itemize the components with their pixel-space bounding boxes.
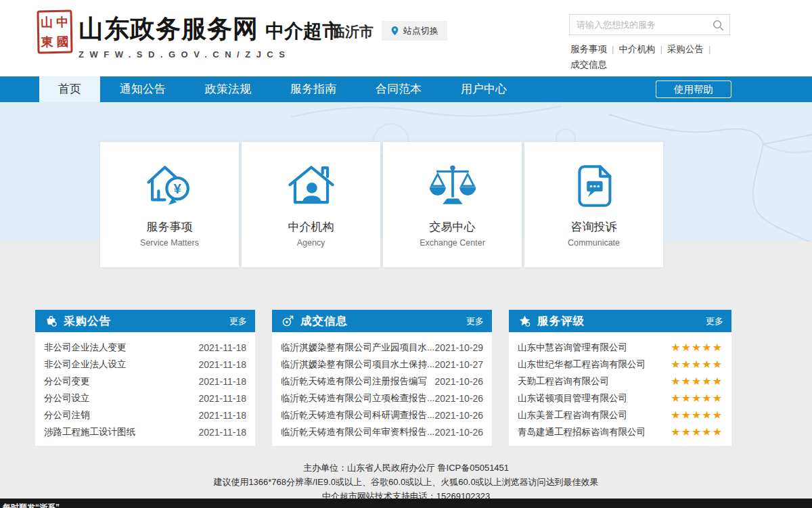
list-item[interactable]: 山东中慧咨询管理有限公司★★★★★: [518, 339, 723, 356]
star-rating: ★★★★★: [671, 392, 723, 405]
panel-deal-info: 成交信息 更多 临沂淇嫒染整有限公司产业园项目水...2021-10-29临沂淇…: [272, 310, 492, 446]
card-agency[interactable]: 中介机构 Agency: [242, 142, 380, 267]
panel-title: 采购公告: [64, 314, 229, 329]
more-link[interactable]: 更多: [706, 315, 723, 327]
panel-header: 采购公告 更多: [35, 310, 255, 332]
item-title: 分公司变更: [44, 375, 90, 388]
seal-char: 山: [41, 14, 53, 30]
star-rating: ★★★★★: [671, 375, 723, 388]
item-date: 2021-11-18: [198, 359, 246, 370]
list-item[interactable]: 天勤工程咨询有限公司★★★★★: [518, 373, 723, 390]
panel-service-ratings: 服务评级 更多 山东中慧咨询管理有限公司★★★★★山东世纪华都工程咨询有限公司★…: [509, 310, 731, 446]
seal-char: 中: [56, 14, 68, 30]
item-title: 分公司设立: [44, 392, 90, 405]
nav-tab-home[interactable]: 首页: [39, 76, 100, 102]
list-item[interactable]: 临沂乾天铸造有限公司立项检查报告...2021-10-26: [281, 390, 483, 407]
item-date: 2021-11-18: [198, 393, 246, 404]
item-date: 2021-11-18: [198, 410, 246, 421]
item-title: 山东世纪华都工程咨询有限公司: [518, 359, 646, 371]
star-badge-icon: [518, 315, 531, 327]
quick-link-service-matters[interactable]: 服务事项: [570, 44, 607, 54]
item-date: 2021-10-27: [434, 359, 483, 370]
star-rating: ★★★★★: [671, 409, 723, 421]
card-title: 中介机构: [242, 219, 380, 235]
list-item[interactable]: 青岛建通工程招标咨询有限公司★★★★★: [518, 423, 723, 440]
nav-tab-contracts[interactable]: 合同范本: [356, 76, 441, 102]
list-item[interactable]: 非公司企业法人变更2021-11-18: [44, 339, 246, 356]
panel-header: 成交信息 更多: [272, 310, 492, 332]
panel-body: 山东中慧咨询管理有限公司★★★★★山东世纪华都工程咨询有限公司★★★★★天勤工程…: [509, 332, 731, 446]
item-date: 2021-11-18: [198, 342, 246, 353]
quick-link-agency[interactable]: 中介机构: [619, 44, 656, 54]
nav-tab-guide[interactable]: 服务指南: [271, 76, 356, 102]
panel-procurement-announcements: 采购公告 更多 非公司企业法人变更2021-11-18非公司企业法人设立2021…: [35, 310, 255, 446]
item-title: 山东诺顿项目管理有限公司: [518, 392, 627, 405]
site-switch-button[interactable]: 站点切换: [382, 21, 447, 41]
basket-icon: [45, 315, 58, 327]
list-item[interactable]: 山东诺顿项目管理有限公司★★★★★: [518, 390, 723, 407]
house-chat-icon: ¥: [100, 142, 239, 218]
help-button[interactable]: 使用帮助: [656, 80, 731, 98]
nav-tab-notices[interactable]: 通知公告: [100, 76, 185, 102]
search-input[interactable]: [570, 15, 729, 34]
site-seal-logo: 山 中 東 國: [37, 10, 72, 54]
panel-title: 成交信息: [300, 314, 466, 329]
target-icon: [281, 315, 294, 327]
quick-link-procurement[interactable]: 采购公告: [667, 44, 704, 54]
item-title: 天勤工程咨询有限公司: [518, 375, 609, 388]
item-title: 临沂淇嫒染整有限公司产业园项目水...: [281, 342, 434, 354]
quick-link-deals[interactable]: 成交信息: [570, 60, 607, 70]
list-item[interactable]: 临沂淇嫒染整有限公司项目水土保持...2021-10-27: [281, 356, 483, 373]
search-icon[interactable]: [712, 19, 725, 34]
panel-title: 服务评级: [537, 314, 706, 329]
more-link[interactable]: 更多: [466, 315, 484, 327]
item-title: 临沂乾天铸造有限公司立项检查报告...: [281, 392, 434, 405]
card-subtitle: Exchange Center: [383, 238, 522, 248]
house-person-icon: [242, 142, 380, 218]
item-title: 临沂乾天铸造有限公司注册报告编写: [281, 375, 427, 388]
site-switch-label: 站点切换: [403, 25, 438, 37]
card-communicate[interactable]: 咨询投诉 Communicate: [524, 142, 663, 267]
item-title: 临沂乾天铸造有限公司科研调查报告...: [281, 409, 434, 421]
card-service-matters[interactable]: ¥ 服务事项 Service Matters: [100, 142, 239, 267]
star-rating: ★★★★★: [671, 425, 723, 438]
link-separator: |: [708, 44, 711, 54]
page: 山 中 東 國 山东政务服务网 中介超市 ZWFW.SD.GOV.CN/ZJCS…: [0, 0, 812, 508]
item-title: 非公司企业法人变更: [44, 342, 127, 354]
card-title: 交易中心: [383, 219, 522, 235]
page-footer: 主办单位：山东省人民政府办公厅 鲁ICP备05051451 建议使用1366*7…: [0, 461, 812, 504]
card-title: 服务事项: [100, 219, 239, 235]
list-item[interactable]: 山东世纪华都工程咨询有限公司★★★★★: [518, 356, 723, 373]
nav-tab-user-center[interactable]: 用户中心: [441, 76, 526, 102]
list-item[interactable]: 临沂乾天铸造有限公司年审资料报告...2021-10-26: [281, 423, 483, 440]
item-title: 青岛建通工程招标咨询有限公司: [518, 426, 646, 438]
card-exchange-center[interactable]: 交易中心 Exchange Center: [383, 142, 522, 267]
item-date: 2021-10-26: [434, 427, 483, 438]
nav-tab-policies[interactable]: 政策法规: [185, 76, 271, 102]
item-title: 分公司注销: [44, 409, 90, 421]
list-item[interactable]: 分公司变更2021-11-18: [44, 373, 246, 390]
list-item[interactable]: 涉路工程施工设计图纸2021-11-18: [44, 423, 246, 440]
list-item[interactable]: 非公司企业法人设立2021-11-18: [44, 356, 246, 373]
list-item[interactable]: 山东美誉工程咨询有限公司★★★★★: [518, 407, 723, 423]
svg-text:¥: ¥: [173, 181, 181, 196]
current-city-label: 临沂市: [331, 22, 374, 41]
item-date: 2021-10-29: [434, 342, 483, 353]
card-subtitle: Agency: [242, 238, 380, 248]
scale-icon: [383, 142, 522, 218]
list-item[interactable]: 分公司注销2021-11-18: [44, 407, 246, 423]
more-link[interactable]: 更多: [229, 315, 247, 327]
panel-body: 非公司企业法人变更2021-11-18非公司企业法人设立2021-11-18分公…: [35, 332, 255, 446]
item-title: 涉路工程施工设计图纸: [44, 426, 135, 438]
link-separator: |: [612, 44, 614, 54]
feature-cards: ¥ 服务事项 Service Matters 中介机构 Agency: [100, 142, 666, 267]
list-item[interactable]: 临沂乾天铸造有限公司科研调查报告...2021-10-26: [281, 407, 483, 423]
item-date: 2021-11-18: [198, 427, 246, 438]
list-item[interactable]: 临沂乾天铸造有限公司注册报告编写2021-10-26: [281, 373, 483, 390]
document-chat-icon: [524, 142, 663, 218]
footer-browser-advice: 建议使用1366*768分辨率/IE9.0或以上、谷歌60.0或以上、火狐60.…: [0, 476, 812, 489]
list-item[interactable]: 临沂淇嫒染整有限公司产业园项目水...2021-10-29: [281, 339, 483, 356]
star-rating: ★★★★★: [671, 358, 723, 371]
list-item[interactable]: 分公司设立2021-11-18: [44, 390, 246, 407]
info-panels: 采购公告 更多 非公司企业法人变更2021-11-18非公司企业法人设立2021…: [35, 310, 731, 446]
